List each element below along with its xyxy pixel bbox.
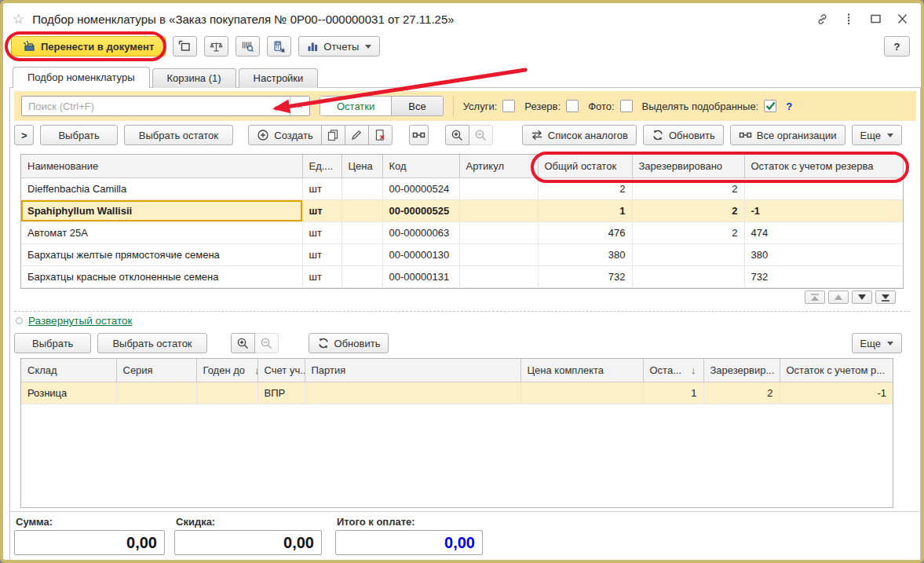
expanded-stock-link-label: Развернутый остаток	[28, 315, 132, 327]
tab-cart[interactable]: Корзина (1)	[152, 68, 236, 88]
filter-panel: × Остатки Все Услуги: Резерв: Фото: Выде…	[14, 91, 916, 121]
scales-button[interactable]	[204, 36, 228, 57]
select-stock-button[interactable]: Выбрать остаток	[124, 125, 233, 145]
column-header-name[interactable]: Наименование	[21, 155, 302, 177]
column-header-reserved[interactable]: Зарезервировано	[632, 155, 744, 177]
search-input[interactable]	[22, 97, 290, 115]
column-header-warehouse[interactable]: Склад	[21, 359, 116, 382]
analogs-button-label: Список аналогов	[548, 130, 628, 141]
column-header-expiry[interactable]: Годен до↓	[196, 359, 257, 382]
scroll-down-button[interactable]	[852, 291, 872, 304]
data-terminal-button[interactable]	[267, 36, 291, 57]
expanded-select-stock-button[interactable]: Выбрать остаток	[97, 333, 206, 353]
maximize-icon[interactable]	[864, 9, 886, 28]
window-title: Подбор номенклатуры в «Заказ покупателя …	[32, 13, 454, 26]
services-checkbox[interactable]	[502, 100, 515, 112]
expanded-stock-link[interactable]: Развернутый остаток	[16, 315, 132, 327]
reserve-checkbox[interactable]	[566, 100, 579, 112]
refresh-button[interactable]: Обновить	[643, 125, 724, 145]
nomenclature-table: Наименование Ед.... Цена Код Артикул Общ…	[20, 154, 904, 289]
more-button[interactable]: Еще	[852, 125, 902, 145]
scroll-to-bottom-button[interactable]	[875, 291, 896, 304]
more-menu-icon[interactable]	[838, 9, 860, 28]
stock-filter-toggle: Остатки Все	[320, 96, 444, 116]
expanded-zoom-out-button[interactable]	[254, 333, 279, 353]
search-clear-button[interactable]: ×	[290, 97, 309, 115]
tab-item-selection[interactable]: Подбор номенклатуры	[13, 67, 150, 88]
table-row[interactable]: Автомат 25Ашт 00-00000063 476 2474	[21, 221, 903, 243]
plus-circle-icon	[257, 129, 269, 141]
column-header-account[interactable]: Счет уч...	[257, 359, 305, 382]
all-organizations-button[interactable]: Все организации	[730, 125, 845, 145]
services-checkbox-row: Услуги:	[463, 100, 516, 112]
zoom-out-icon	[260, 337, 273, 350]
close-icon[interactable]	[891, 9, 913, 28]
transfer-document-icon	[23, 40, 36, 53]
table-row[interactable]: Dieffenbachia Camillaшт 00-00000524 2 2	[21, 177, 903, 199]
photo-checkbox-label: Фото:	[588, 101, 614, 112]
column-header-batch[interactable]: Партия	[305, 359, 520, 382]
reports-button-label: Отчеты	[323, 41, 359, 53]
frame-select-button[interactable]	[173, 36, 197, 57]
column-header-unit[interactable]: Ед....	[302, 155, 341, 177]
select-button[interactable]: Выбрать	[40, 125, 117, 145]
zoom-out-button[interactable]	[469, 125, 493, 145]
table-row-selected[interactable]: Розница ВПР 1 2 -1	[21, 382, 893, 404]
favorite-star-icon[interactable]: ☆	[13, 13, 24, 26]
expanded-more-button[interactable]: Еще	[852, 333, 902, 353]
column-header-net-stock[interactable]: Остаток с учетом резерва	[744, 155, 903, 177]
expanded-refresh-label: Обновить	[334, 338, 381, 349]
table-row-selected[interactable]: Spahiphyllum Wallisiiшт 00-00000525 1 2-…	[21, 199, 903, 221]
filter-help-link[interactable]: ?	[786, 101, 792, 112]
column-header-price[interactable]: Цена	[341, 155, 382, 177]
panel-splitter[interactable]	[14, 311, 910, 312]
highlight-picked-checkbox[interactable]	[764, 100, 776, 112]
help-button[interactable]: ?	[884, 36, 910, 57]
sum-label: Сумма:	[16, 516, 53, 528]
delete-line-button[interactable]	[368, 125, 393, 145]
zoom-in-button[interactable]	[445, 125, 469, 145]
expanded-zoom-in-button[interactable]	[231, 333, 255, 353]
reports-button[interactable]: Отчеты	[298, 36, 380, 57]
column-header-net-stock[interactable]: Остаток с учетом р...	[780, 359, 893, 382]
footer-separator	[10, 511, 920, 512]
pencil-icon	[350, 129, 363, 141]
search-box: ×	[21, 96, 310, 116]
analogs-list-button[interactable]: Список аналогов	[522, 125, 637, 145]
create-button[interactable]: Создать	[248, 125, 321, 145]
discount-field[interactable]	[174, 530, 322, 555]
linked-items-icon	[412, 130, 425, 140]
column-header-stock[interactable]: Оста...↓	[643, 359, 703, 382]
column-header-kit-price[interactable]: Цена комплекта	[520, 359, 643, 382]
tab-settings[interactable]: Настройки	[239, 68, 319, 88]
toggle-stock-option[interactable]: Остатки	[320, 97, 392, 115]
expanded-select-button[interactable]: Выбрать	[14, 333, 91, 353]
chevron-down-icon	[887, 133, 893, 137]
column-header-reserved[interactable]: Зарезервир...	[703, 359, 780, 382]
total-due-label: Итого к оплате:	[337, 516, 415, 528]
photo-checkbox[interactable]	[620, 100, 633, 112]
link-icon[interactable]	[811, 9, 833, 28]
column-header-total-stock[interactable]: Общий остаток	[538, 155, 632, 177]
expand-panel-button[interactable]: >	[14, 125, 34, 145]
expanded-refresh-button[interactable]: Обновить	[309, 333, 389, 353]
transfer-to-document-button[interactable]: Перенести в документ	[11, 36, 166, 57]
copy-button[interactable]	[321, 125, 345, 145]
zoom-in-icon	[451, 129, 464, 142]
scroll-to-top-button[interactable]	[805, 291, 825, 304]
edit-button[interactable]	[345, 125, 369, 145]
column-header-code[interactable]: Код	[382, 155, 459, 177]
table-row[interactable]: Бархатцы красные отклоненные семенашт 00…	[21, 265, 903, 287]
column-header-article[interactable]: Артикул	[459, 155, 538, 177]
total-due-field[interactable]	[335, 530, 483, 555]
table-row[interactable]: Бархатцы желтые прямостоячие семенашт 00…	[21, 243, 903, 265]
column-header-series[interactable]: Серия	[116, 359, 196, 382]
barcode-search-button[interactable]	[236, 36, 260, 57]
scales-icon	[210, 40, 223, 53]
sum-field[interactable]	[14, 530, 165, 555]
photo-checkbox-row: Фото:	[588, 100, 632, 112]
chevron-down-icon	[365, 45, 371, 49]
linked-items-button[interactable]	[409, 125, 429, 145]
scroll-up-button[interactable]	[828, 291, 849, 304]
toggle-all-option[interactable]: Все	[392, 97, 442, 115]
